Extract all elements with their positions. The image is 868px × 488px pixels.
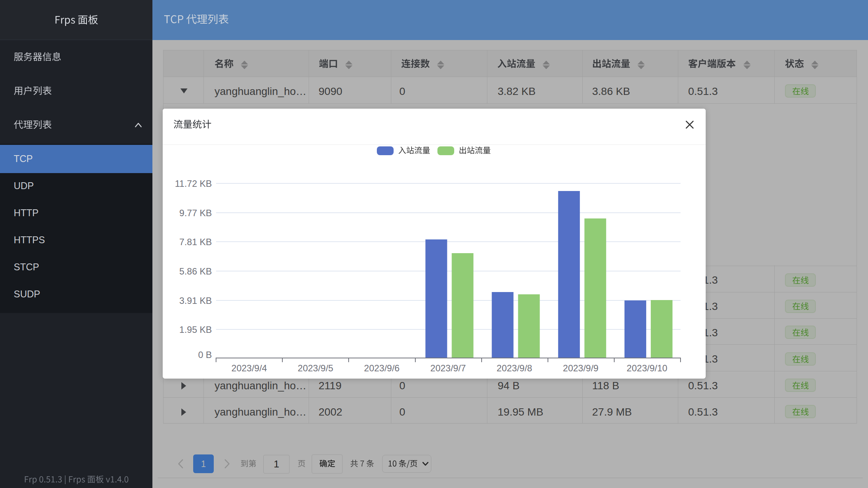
- svg-text:2023/9/8: 2023/9/8: [496, 363, 532, 373]
- svg-text:5.86 KB: 5.86 KB: [179, 266, 212, 276]
- svg-text:2023/9/7: 2023/9/7: [430, 363, 466, 373]
- svg-text:3.91 KB: 3.91 KB: [179, 295, 212, 306]
- svg-text:9.77 KB: 9.77 KB: [179, 208, 212, 218]
- svg-text:2023/9/4: 2023/9/4: [231, 363, 267, 373]
- svg-text:1.95 KB: 1.95 KB: [179, 324, 212, 335]
- svg-text:2023/9/9: 2023/9/9: [563, 363, 598, 373]
- svg-text:7.81 KB: 7.81 KB: [179, 237, 212, 247]
- svg-text:2023/9/5: 2023/9/5: [298, 363, 333, 373]
- svg-text:11.72 KB: 11.72 KB: [175, 178, 212, 189]
- svg-text:2023/9/6: 2023/9/6: [364, 363, 399, 373]
- svg-text:0 B: 0 B: [198, 350, 212, 360]
- svg-text:2023/9/10: 2023/9/10: [627, 363, 668, 373]
